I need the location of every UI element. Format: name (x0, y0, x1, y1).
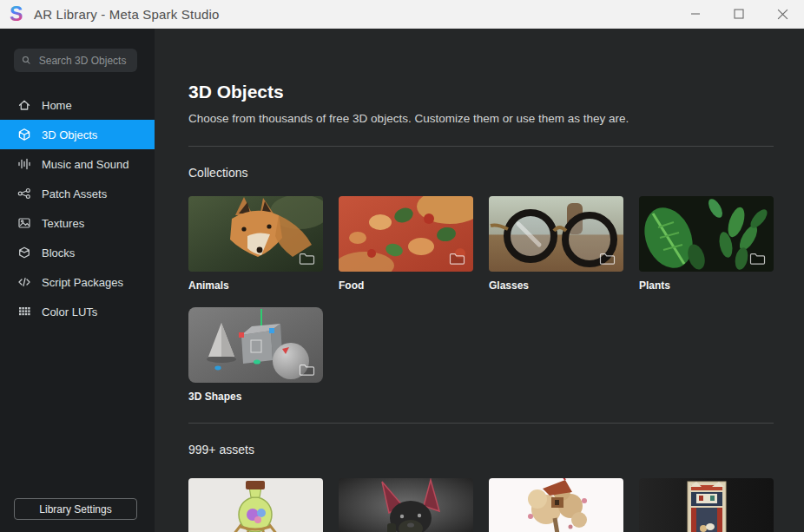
sidebar-item-label: Color LUTs (42, 305, 97, 319)
collections-row-1: Animals (188, 196, 804, 292)
sidebar-item-blocks[interactable]: Blocks (0, 238, 155, 267)
sidebar-item-patch-assets[interactable]: Patch Assets (0, 179, 155, 208)
search-input[interactable] (37, 54, 129, 68)
eyeglasses-photo (489, 196, 623, 272)
divider (188, 423, 774, 424)
card-label: 3D Shapes (188, 391, 323, 403)
home-icon (17, 98, 31, 112)
assets-row (188, 478, 804, 532)
image-icon (17, 216, 31, 230)
folder-icon (599, 252, 616, 266)
search-icon (22, 55, 31, 66)
titlebar: S AR Library - Meta Spark Studio (0, 0, 804, 29)
folder-icon (449, 252, 465, 266)
maximize-icon (734, 9, 744, 19)
folder-icon (299, 363, 315, 377)
meta-spark-logo: S (9, 3, 26, 24)
sidebar-item-label: 3D Objects (42, 128, 97, 141)
close-button[interactable] (761, 0, 804, 28)
card-label: Food (339, 279, 473, 292)
block-icon (17, 246, 31, 259)
collection-card-food[interactable]: Food (339, 196, 473, 292)
collections-heading: Collections (188, 166, 804, 181)
asset-thumbnail-rat-creature[interactable] (339, 478, 473, 532)
sidebar-item-script-packages[interactable]: Script Packages (0, 267, 155, 297)
folder-icon (749, 252, 766, 266)
page-title: 3D Objects (188, 29, 804, 102)
fox-photo (188, 196, 323, 272)
primitive-shapes-render (188, 307, 323, 383)
minimize-button[interactable] (674, 0, 717, 28)
sidebar: Home 3D Objects Music and Sound (0, 29, 155, 532)
sidebar-item-home[interactable]: Home (0, 90, 155, 120)
sidebar-item-label: Blocks (42, 246, 75, 259)
minimize-icon (690, 9, 701, 19)
svg-text:S: S (10, 3, 23, 24)
grid-icon (17, 305, 31, 319)
maximize-button[interactable] (717, 0, 761, 28)
sidebar-item-textures[interactable]: Textures (0, 208, 155, 238)
asset-thumbnail-miniature-painting[interactable] (639, 478, 774, 532)
folder-icon (299, 252, 315, 266)
sidebar-item-3d-objects[interactable]: 3D Objects (0, 120, 155, 149)
asset-thumbnail-potion[interactable] (188, 478, 323, 532)
library-settings-button[interactable]: Library Settings (14, 498, 137, 520)
close-icon (777, 9, 788, 20)
collection-card-animals[interactable]: Animals (188, 196, 323, 292)
collection-card-3d-shapes[interactable]: 3D Shapes (188, 307, 323, 403)
card-label: Plants (639, 279, 774, 292)
card-label: Animals (188, 279, 323, 292)
collection-card-glasses[interactable]: Glasses (489, 196, 623, 292)
window-title: AR Library - Meta Spark Studio (34, 7, 220, 22)
assets-heading: 999+ assets (188, 443, 804, 457)
card-label: Glasses (489, 279, 623, 292)
pizza-photo (339, 196, 473, 272)
sidebar-item-color-luts[interactable]: Color LUTs (0, 297, 155, 326)
code-icon (17, 275, 31, 289)
search-box[interactable] (14, 49, 137, 72)
sidebar-item-music-and-sound[interactable]: Music and Sound (0, 149, 155, 179)
sidebar-item-label: Home (42, 99, 72, 112)
window-controls (674, 0, 804, 28)
sidebar-item-label: Music and Sound (42, 158, 129, 171)
divider (188, 146, 774, 147)
node-graph-icon (17, 187, 31, 200)
sidebar-item-label: Textures (42, 217, 84, 230)
asset-thumbnail-treehouse[interactable] (489, 478, 623, 532)
waveform-icon (17, 157, 31, 171)
page-subtitle: Choose from thousands of free 3D objects… (188, 111, 804, 126)
sidebar-item-label: Patch Assets (42, 187, 107, 200)
sidebar-nav: Home 3D Objects Music and Sound (0, 90, 155, 326)
cube-icon (17, 128, 31, 141)
leaves-photo (639, 196, 774, 272)
collection-card-plants[interactable]: Plants (639, 196, 774, 292)
sidebar-item-label: Script Packages (42, 276, 123, 289)
collections-row-2: 3D Shapes (188, 307, 804, 403)
main-content: 3D Objects Choose from thousands of free… (155, 29, 804, 532)
